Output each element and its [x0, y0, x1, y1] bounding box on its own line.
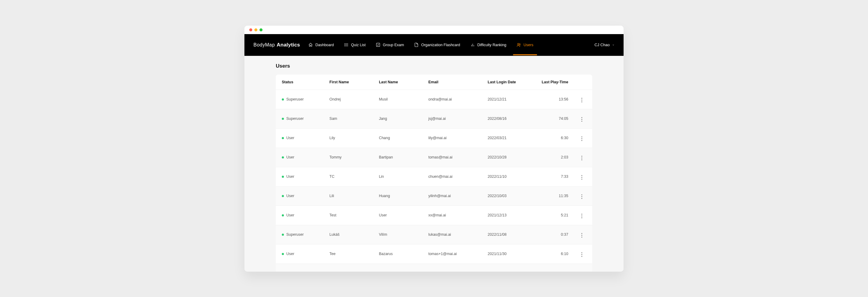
nav-quiz-list[interactable]: Quiz List [339, 40, 371, 50]
nav-group-exam[interactable]: Group Exam [371, 40, 409, 50]
cell-email: tomas+1@mai.ai [424, 244, 484, 264]
row-actions-button[interactable] [580, 135, 584, 142]
status-dot-icon [282, 195, 284, 197]
cell-first-name: Ondrej [325, 90, 375, 109]
nav-label: Quiz List [351, 43, 366, 47]
window-titlebar [244, 26, 624, 34]
row-actions-button[interactable] [580, 97, 584, 104]
cell-actions [572, 109, 592, 128]
cell-first-name: Mariya [325, 264, 375, 272]
table-row: UserTommyBartipantomas@mai.ai2022/10/282… [276, 147, 592, 167]
cell-last-login: 2022/11/08 [484, 225, 533, 244]
nav-organization-flashcard[interactable]: Organization Flashcard [409, 40, 465, 50]
cell-first-name: Lily [325, 128, 375, 147]
row-actions-button[interactable] [580, 193, 584, 200]
svg-point-3 [345, 44, 345, 44]
status-dot-icon [282, 234, 284, 236]
status-text: User [286, 213, 294, 217]
cell-play-time: 6:30 [533, 128, 572, 147]
cell-status: User [276, 147, 325, 167]
more-vertical-icon [581, 98, 582, 99]
cell-last-login: 2021/12/21 [484, 90, 533, 109]
nav-users[interactable]: Users [512, 40, 538, 50]
check-square-icon [376, 43, 380, 47]
brand-name: BodyMap [253, 42, 275, 48]
status-text: User [286, 174, 294, 179]
cell-first-name: Tee [325, 244, 375, 264]
cell-first-name: Test [325, 206, 375, 225]
cell-status: User [276, 167, 325, 186]
cell-first-name: Lukáš [325, 225, 375, 244]
col-header-actions [572, 75, 592, 90]
cell-first-name: TC [325, 167, 375, 186]
col-header-first-name[interactable]: First Name [325, 75, 375, 90]
cell-last-name: Musil [375, 90, 424, 109]
col-header-play-time[interactable]: Last Play-Time [533, 75, 572, 90]
cell-last-name: Huang [375, 186, 424, 206]
cell-email: yilinh@mai.ai [424, 186, 484, 206]
home-icon [308, 43, 313, 47]
cell-play-time: 7:33 [533, 167, 572, 186]
cell-status: Superuser [276, 90, 325, 109]
col-header-last-name[interactable]: Last Name [375, 75, 424, 90]
cell-last-login: 2022/08/16 [484, 109, 533, 128]
cell-status: User [276, 186, 325, 206]
cell-play-time: 11:35 [533, 186, 572, 206]
row-actions-button[interactable] [580, 174, 584, 181]
cell-last-name: Lin [375, 167, 424, 186]
row-actions-button[interactable] [580, 232, 584, 239]
nav-label: Dashboard [315, 43, 334, 47]
row-actions-button[interactable] [580, 251, 584, 258]
more-vertical-icon [581, 214, 582, 215]
cell-play-time: 6:10 [533, 244, 572, 264]
nav-label: Group Exam [383, 43, 404, 47]
brand: BodyMap Analytics [253, 42, 300, 48]
window-close-icon[interactable] [249, 28, 252, 31]
window-minimize-icon[interactable] [254, 28, 257, 31]
cell-last-login: 2022/10/03 [484, 186, 533, 206]
status-text: Superuser [286, 233, 304, 237]
cell-email: ondra@mai.ai [424, 90, 484, 109]
window-zoom-icon[interactable] [259, 28, 262, 31]
row-actions-button[interactable] [580, 213, 584, 219]
table-row: SuperuserLukášVilímlukas@mai.ai2022/11/0… [276, 225, 592, 244]
nav-dashboard[interactable]: Dashboard [304, 40, 338, 50]
cell-email: chuen@mai.ai [424, 167, 484, 186]
more-vertical-icon [581, 233, 582, 234]
cell-play-time: 2:03 [533, 147, 572, 167]
table-row: UserTestUserxx@mai.ai2021/12/135:21 [276, 206, 592, 225]
status-text: User [286, 194, 294, 198]
row-actions-button[interactable] [580, 116, 584, 123]
navbar: BodyMap Analytics Dashboard Quiz List [244, 34, 624, 56]
table-row: UserTeeBazarustomas+1@mai.ai2021/11/306:… [276, 244, 592, 264]
cell-status: Superuser [276, 109, 325, 128]
cell-actions [572, 186, 592, 206]
table-row: UserLilyChanglily@mai.ai2022/03/216:30 [276, 128, 592, 147]
svg-point-11 [519, 44, 521, 45]
user-menu[interactable]: CJ Chao [594, 43, 615, 47]
col-header-last-login[interactable]: Last Login Date [484, 75, 533, 90]
status-dot-icon [282, 118, 284, 120]
svg-point-10 [518, 44, 519, 45]
cell-last-login: 2022/03/21 [484, 128, 533, 147]
more-vertical-icon [581, 156, 582, 157]
cell-last-name: Chang [375, 128, 424, 147]
cell-play-time: 13:56 [533, 90, 572, 109]
cell-last-name: Bartipan [375, 147, 424, 167]
nav-difficulty-ranking[interactable]: Difficulty Ranking [466, 40, 511, 50]
col-header-email[interactable]: Email [424, 75, 484, 90]
status-dot-icon [282, 176, 284, 178]
cell-play-time: 5:41 [533, 264, 572, 272]
table-row: UserLiliHuangyilinh@mai.ai2022/10/0311:3… [276, 186, 592, 206]
app-window: BodyMap Analytics Dashboard Quiz List [244, 26, 624, 272]
table-row: SuperuserOndrejMusilondra@mai.ai2021/12/… [276, 90, 592, 109]
row-actions-button[interactable] [580, 270, 584, 272]
svg-rect-6 [376, 43, 380, 47]
status-text: User [286, 136, 294, 140]
row-actions-button[interactable] [580, 155, 584, 161]
status-text: User [286, 252, 294, 256]
col-header-status[interactable]: Status [276, 75, 325, 90]
nav-items: Dashboard Quiz List Group Exam Organizat… [304, 40, 594, 50]
cell-last-login: 2022/01/10 [484, 264, 533, 272]
cell-actions [572, 128, 592, 147]
